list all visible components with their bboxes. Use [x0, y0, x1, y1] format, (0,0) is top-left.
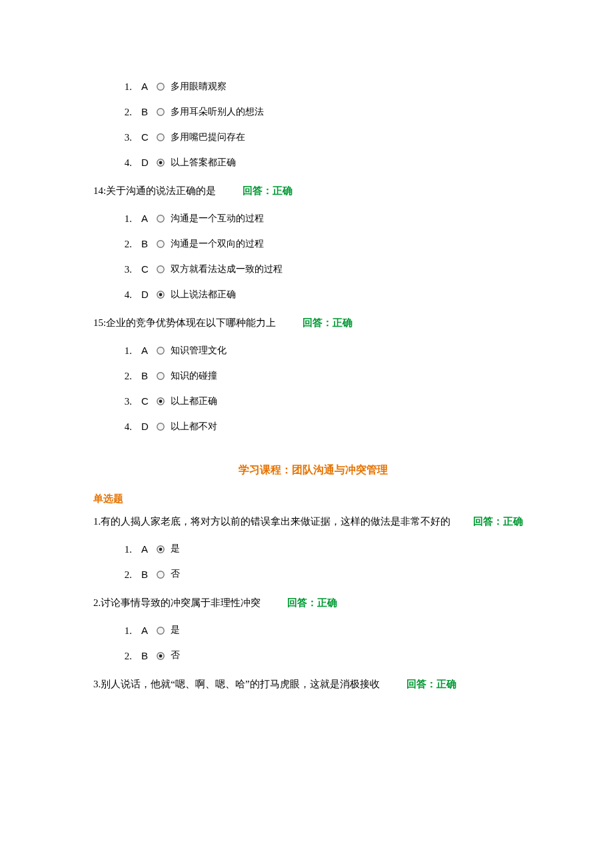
question-number: 3.	[93, 679, 101, 689]
answer-label: 回答：	[243, 185, 273, 196]
question-number: 15:	[93, 317, 106, 328]
option-letter: D	[141, 419, 153, 435]
svg-point-1	[157, 109, 164, 115]
radio-selected-icon[interactable]	[156, 397, 165, 406]
svg-point-11	[157, 373, 164, 379]
option-letter: C	[141, 393, 153, 409]
radio-selected-icon[interactable]	[156, 651, 165, 661]
s2-options: 1. A 是 2. B 否	[113, 623, 533, 664]
radio-unselected-icon[interactable]	[156, 133, 165, 142]
svg-point-13	[159, 400, 163, 403]
radio-unselected-icon[interactable]	[156, 371, 165, 381]
svg-point-10	[157, 347, 164, 354]
q15-option-c[interactable]: 3. C 以上都正确	[113, 393, 533, 409]
s3-line: 3.别人说话，他就“嗯、啊、嗯、哈”的打马虎眼，这就是消极接收回答：正确	[93, 676, 533, 692]
radio-selected-icon[interactable]	[156, 545, 165, 554]
option-number: 3.	[113, 129, 132, 145]
s2-line: 2.讨论事情导致的冲突属于非理性冲突回答：正确	[93, 595, 533, 611]
q15-option-b[interactable]: 2. B 知识的碰撞	[113, 368, 533, 384]
q15-option-a[interactable]: 1. A 知识管理文化	[113, 343, 533, 359]
question-number: 1.	[93, 516, 101, 527]
radio-unselected-icon[interactable]	[156, 265, 165, 274]
option-number: 3.	[113, 393, 132, 409]
q13-option-c[interactable]: 3. C 多用嘴巴提问存在	[113, 129, 533, 145]
option-text: 是	[171, 541, 180, 556]
answer-value: 正确	[503, 516, 523, 527]
s1-option-b[interactable]: 2. B 否	[113, 567, 533, 583]
option-text: 多用耳朵听别人的想法	[171, 105, 264, 119]
answer-value: 正确	[332, 317, 352, 328]
s2-option-a[interactable]: 1. A 是	[113, 623, 533, 639]
radio-unselected-icon[interactable]	[156, 107, 165, 117]
radio-selected-icon[interactable]	[156, 158, 165, 167]
s2-option-b[interactable]: 2. B 否	[113, 648, 533, 664]
svg-point-5	[157, 215, 164, 222]
option-number: 4.	[113, 419, 132, 435]
radio-unselected-icon[interactable]	[156, 346, 165, 355]
document-page: 1. A 多用眼睛观察 2. B 多用耳朵听别人的想法 3. C 多用嘴巴提问存…	[0, 0, 613, 748]
answer-value: 正确	[436, 679, 456, 689]
question-text: 关于沟通的说法正确的是	[106, 185, 216, 196]
q15-options: 1. A 知识管理文化 2. B 知识的碰撞 3. C 以上都正确 4. D 以…	[113, 343, 533, 435]
option-text: 多用眼睛观察	[171, 79, 227, 94]
answer-value: 正确	[317, 597, 337, 608]
radio-unselected-icon[interactable]	[156, 570, 165, 579]
option-text: 否	[171, 567, 180, 581]
option-letter: A	[141, 79, 153, 95]
option-text: 以上答案都正确	[171, 155, 236, 170]
question-text: 别人说话，他就“嗯、啊、嗯、哈”的打马虎眼，这就是消极接收	[101, 679, 379, 689]
question-text: 有的人揭人家老底，将对方以前的错误拿出来做证据，这样的做法是非常不好的	[101, 516, 450, 527]
option-letter: A	[141, 623, 153, 639]
svg-point-9	[159, 293, 163, 297]
q13-option-a[interactable]: 1. A 多用眼睛观察	[113, 79, 533, 95]
option-letter: B	[141, 648, 153, 664]
radio-unselected-icon[interactable]	[156, 214, 165, 223]
s1-option-a[interactable]: 1. A 是	[113, 541, 533, 557]
svg-point-2	[157, 134, 164, 141]
q14-option-c[interactable]: 3. C 双方就看法达成一致的过程	[113, 261, 533, 277]
answer-label: 回答：	[303, 317, 332, 328]
radio-unselected-icon[interactable]	[156, 82, 165, 91]
q14-option-d[interactable]: 4. D 以上说法都正确	[113, 287, 533, 303]
q14-option-b[interactable]: 2. B 沟通是一个双向的过程	[113, 236, 533, 252]
option-text: 沟通是一个互动的过程	[171, 211, 264, 226]
option-number: 2.	[113, 648, 132, 664]
svg-point-6	[157, 241, 164, 247]
svg-point-7	[157, 266, 164, 273]
option-number: 4.	[113, 155, 132, 171]
q13-option-d[interactable]: 4. D 以上答案都正确	[113, 155, 533, 171]
option-number: 1.	[113, 623, 132, 639]
option-text: 沟通是一个双向的过程	[171, 237, 264, 251]
option-letter: C	[141, 261, 153, 277]
option-number: 2.	[113, 567, 132, 583]
radio-unselected-icon[interactable]	[156, 239, 165, 249]
option-text: 知识的碰撞	[171, 369, 217, 383]
q15-option-d[interactable]: 4. D 以上都不对	[113, 419, 533, 435]
course-title: 学习课程：团队沟通与冲突管理	[93, 461, 533, 479]
s1-options: 1. A 是 2. B 否	[113, 541, 533, 583]
option-letter: B	[141, 567, 153, 583]
option-number: 4.	[113, 287, 132, 303]
answer-label: 回答：	[473, 516, 503, 527]
question-number: 14:	[93, 185, 106, 196]
q14-option-a[interactable]: 1. A 沟通是一个互动的过程	[113, 211, 533, 227]
q15-line: 15:企业的竞争优势体现在以下哪种能力上回答：正确	[93, 315, 533, 331]
option-letter: C	[141, 129, 153, 145]
q13-option-b[interactable]: 2. B 多用耳朵听别人的想法	[113, 104, 533, 120]
option-text: 双方就看法达成一致的过程	[171, 262, 283, 277]
option-number: 2.	[113, 236, 132, 252]
option-letter: B	[141, 236, 153, 252]
option-letter: B	[141, 368, 153, 384]
radio-unselected-icon[interactable]	[156, 626, 165, 635]
radio-unselected-icon[interactable]	[156, 422, 165, 431]
svg-point-14	[157, 423, 164, 430]
answer-label: 回答：	[287, 597, 317, 608]
option-letter: A	[141, 541, 153, 557]
radio-selected-icon[interactable]	[156, 290, 165, 299]
option-text: 知识管理文化	[171, 343, 227, 358]
option-text: 以上都不对	[171, 419, 217, 434]
option-text: 以上说法都正确	[171, 287, 236, 302]
option-text: 多用嘴巴提问存在	[171, 130, 245, 145]
question-text: 企业的竞争优势体现在以下哪种能力上	[106, 317, 276, 328]
answer-label: 回答：	[406, 679, 436, 689]
